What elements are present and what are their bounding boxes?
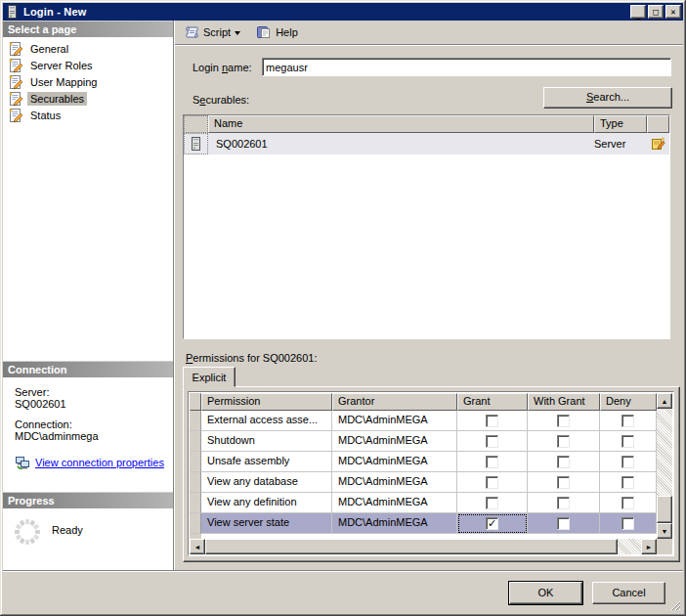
permission-cell[interactable]: View any definition xyxy=(201,493,332,513)
server-label: Server: xyxy=(15,386,167,398)
grant-checkbox[interactable] xyxy=(486,435,498,448)
securables-type-header[interactable]: Type xyxy=(594,115,647,133)
with-grant-checkbox[interactable] xyxy=(557,476,570,489)
grid-horizontal-scrollbar[interactable]: ◄ ► xyxy=(190,539,657,554)
grant-checkbox-cell[interactable] xyxy=(457,493,528,513)
help-button[interactable]: Help xyxy=(253,22,301,42)
hscroll-thumb[interactable] xyxy=(205,539,618,554)
grant-column-header[interactable]: Grant xyxy=(457,393,528,411)
with-grant-checkbox-cell[interactable] xyxy=(528,431,600,452)
grant-checkbox-cell[interactable] xyxy=(457,472,528,493)
grantor-column-header[interactable]: Grantor xyxy=(332,393,457,411)
scroll-right-icon[interactable]: ► xyxy=(641,539,657,554)
grant-checkbox-cell[interactable]: ✓ xyxy=(457,513,528,534)
vscroll-track[interactable] xyxy=(657,409,672,523)
login-name-input[interactable] xyxy=(262,58,671,76)
deny-checkbox-cell[interactable] xyxy=(600,452,657,472)
resize-grip[interactable] xyxy=(668,598,681,611)
with-grant-column-header[interactable]: With Grant xyxy=(528,393,600,411)
sidebar-item-status[interactable]: Status xyxy=(3,107,173,123)
deny-checkbox[interactable] xyxy=(622,435,634,448)
ok-button[interactable]: OK xyxy=(509,582,582,604)
permission-row[interactable]: External access asse...MDC\AdminMEGA xyxy=(190,411,657,431)
grantor-cell[interactable]: MDC\AdminMEGA xyxy=(332,513,457,534)
with-grant-checkbox[interactable] xyxy=(557,497,570,509)
deny-checkbox[interactable] xyxy=(622,476,634,489)
with-grant-checkbox-cell[interactable] xyxy=(528,513,600,534)
permission-row[interactable]: View server stateMDC\AdminMEGA✓ xyxy=(190,513,657,534)
sidebar-item-server-roles[interactable]: Server Roles xyxy=(3,57,173,73)
permission-row[interactable]: Unsafe assemblyMDC\AdminMEGA xyxy=(190,452,657,472)
script-button[interactable]: Script xyxy=(181,22,245,42)
deny-checkbox-cell[interactable] xyxy=(600,472,657,493)
close-button[interactable]: ✕ xyxy=(665,5,681,19)
sidebar-item-user-mapping[interactable]: User Mapping xyxy=(3,73,173,90)
deny-checkbox[interactable] xyxy=(622,497,634,509)
sidebar-item-general[interactable]: General xyxy=(3,40,173,57)
permission-cell[interactable]: Unsafe assembly xyxy=(201,452,332,472)
permission-cell[interactable]: View server state xyxy=(201,513,332,534)
deny-checkbox[interactable] xyxy=(622,415,634,427)
sidebar-item-securables[interactable]: Securables xyxy=(3,90,173,107)
with-grant-checkbox[interactable] xyxy=(557,517,570,530)
permission-cell[interactable]: Shutdown xyxy=(201,431,332,452)
vscroll-thumb[interactable] xyxy=(657,496,672,523)
search-button[interactable]: Search... xyxy=(543,87,672,109)
grantor-cell[interactable]: MDC\AdminMEGA xyxy=(332,411,457,431)
permission-row[interactable]: View any databaseMDC\AdminMEGA xyxy=(190,472,657,493)
grant-checkbox[interactable] xyxy=(486,476,498,489)
sidebar-item-label: Status xyxy=(27,109,64,122)
securable-edit-cell[interactable] xyxy=(647,133,669,154)
deny-checkbox[interactable] xyxy=(622,517,634,530)
grantor-cell[interactable]: MDC\AdminMEGA xyxy=(332,493,457,513)
deny-checkbox[interactable] xyxy=(622,456,634,468)
grant-checkbox[interactable] xyxy=(486,456,498,468)
with-grant-checkbox-cell[interactable] xyxy=(528,493,600,513)
securables-extra-header[interactable] xyxy=(647,115,669,133)
script-dropdown-caret-icon[interactable] xyxy=(235,31,240,35)
grid-vertical-scrollbar[interactable]: ▲ ▼ xyxy=(657,393,672,539)
view-connection-properties-link[interactable]: View connection properties xyxy=(35,457,164,468)
scroll-down-icon[interactable]: ▼ xyxy=(657,523,672,539)
grantor-cell[interactable]: MDC\AdminMEGA xyxy=(332,472,457,493)
deny-checkbox-cell[interactable] xyxy=(600,493,657,513)
permission-cell[interactable]: View any database xyxy=(201,472,332,493)
deny-checkbox-cell[interactable] xyxy=(600,411,657,431)
securable-type: Server xyxy=(594,133,647,154)
with-grant-checkbox[interactable] xyxy=(557,435,570,448)
scroll-up-icon[interactable]: ▲ xyxy=(657,393,672,409)
grant-checkbox-cell[interactable] xyxy=(457,411,528,431)
minimize-button[interactable]: _ xyxy=(630,5,646,19)
grant-checkbox[interactable]: ✓ xyxy=(486,517,498,530)
with-grant-checkbox[interactable] xyxy=(557,415,570,427)
grant-checkbox[interactable] xyxy=(486,415,498,427)
hscroll-track[interactable] xyxy=(618,539,641,554)
with-grant-checkbox[interactable] xyxy=(557,456,570,468)
securable-name[interactable]: SQ002601 xyxy=(208,133,594,154)
deny-checkbox-cell[interactable] xyxy=(600,513,657,534)
with-grant-checkbox-cell[interactable] xyxy=(528,411,600,431)
grant-checkbox[interactable] xyxy=(486,497,498,509)
permission-row[interactable]: ShutdownMDC\AdminMEGA xyxy=(190,431,657,452)
tab-explicit[interactable]: Explicit xyxy=(183,367,236,387)
title-bar[interactable]: Login - New _ □ ✕ xyxy=(3,3,683,21)
scroll-left-icon[interactable]: ◄ xyxy=(190,539,205,554)
with-grant-checkbox-cell[interactable] xyxy=(528,452,600,472)
grant-checkbox-cell[interactable] xyxy=(457,431,528,452)
permission-row[interactable]: View any definitionMDC\AdminMEGA xyxy=(190,493,657,513)
grantor-cell[interactable]: MDC\AdminMEGA xyxy=(332,452,457,472)
explicit-tab-page: Permission Grantor Grant With Grant Deny… xyxy=(183,386,680,562)
permission-cell[interactable]: External access asse... xyxy=(201,411,332,431)
permission-column-header[interactable]: Permission xyxy=(201,393,332,411)
securables-corner-header[interactable] xyxy=(184,115,208,133)
grid-corner-header xyxy=(190,393,201,411)
cancel-button[interactable]: Cancel xyxy=(592,582,665,604)
grant-checkbox-cell[interactable] xyxy=(457,452,528,472)
deny-column-header[interactable]: Deny xyxy=(600,393,657,411)
maximize-button[interactable]: □ xyxy=(648,5,664,19)
grantor-cell[interactable]: MDC\AdminMEGA xyxy=(332,431,457,452)
deny-checkbox-cell[interactable] xyxy=(600,431,657,452)
securable-row[interactable]: SQ002601 Server xyxy=(184,133,669,154)
with-grant-checkbox-cell[interactable] xyxy=(528,472,600,493)
securables-name-header[interactable]: Name xyxy=(208,115,594,133)
